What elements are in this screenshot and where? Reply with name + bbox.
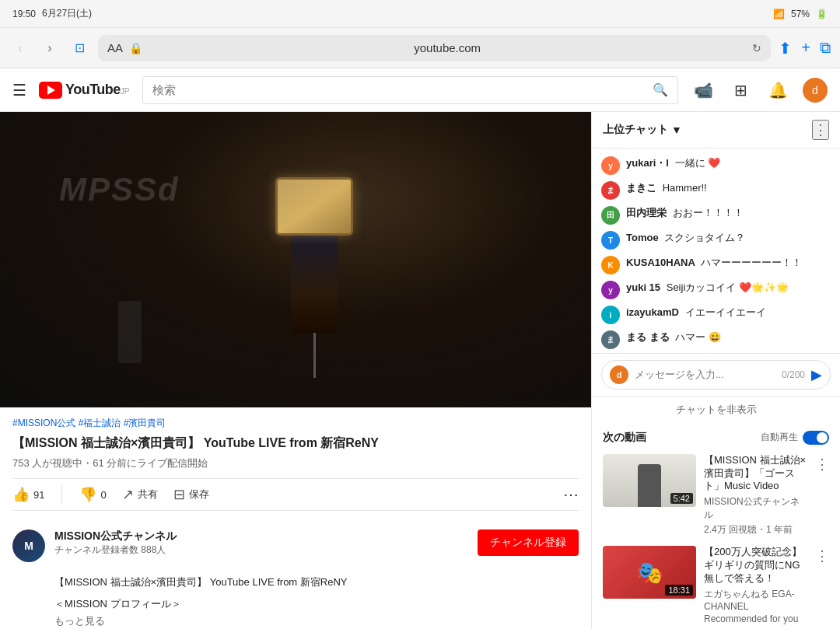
chat-messages: y yukari・l 一緒に ❤️ ま まきこ Hammer!! 田 田内理栄 …: [592, 149, 840, 353]
lock-icon: 🔒: [129, 42, 142, 54]
chat-message-input[interactable]: [635, 369, 775, 380]
list-item: ま まきこ Hammer!!: [592, 178, 840, 203]
show-more-link[interactable]: もっと見る: [0, 611, 591, 629]
list-item: 田 田内理栄 おおー！！！！: [592, 203, 840, 228]
next-video-title: 【200万人突破記念】ギリギリの質問にNG無しで答える！: [704, 546, 807, 585]
header-icons: 📹 ⊞ 🔔 d: [691, 78, 828, 103]
chat-message-content: まる まる ハマー 😀: [626, 330, 831, 344]
subscribe-button[interactable]: チャンネル登録: [478, 529, 579, 556]
reader-icon: ⊡: [75, 40, 85, 55]
address-bar[interactable]: AA 🔒 youtube.com ↻: [98, 35, 771, 61]
back-icon: ‹: [18, 41, 22, 55]
chat-username: yuki 15: [626, 281, 660, 293]
save-button[interactable]: ⊟ 保存: [173, 486, 209, 503]
channel-info: M MISSION公式チャンネル チャンネル登録者数 888人 チャンネル登録: [0, 520, 591, 571]
chat-message-content: Tomoe スクショタイム？: [626, 231, 831, 245]
stage-text: MPSSd: [59, 171, 180, 208]
browser-actions: ⬆ + ⧉: [779, 39, 831, 58]
chat-message-content: yuki 15 Seijiカッコイイ ❤️🌟✨🌟: [626, 281, 831, 295]
chat-username: 田内理栄: [626, 207, 667, 218]
performer-silhouette: [268, 177, 361, 348]
chat-text: Seijiカッコイイ ❤️🌟✨🌟: [667, 281, 789, 293]
share-button[interactable]: ↗ 共有: [122, 486, 158, 503]
video-duration: 18:31: [665, 585, 693, 596]
chat-send-icon[interactable]: ▶: [811, 366, 822, 383]
search-bar[interactable]: 🔍: [142, 76, 679, 104]
next-video-menu-icon[interactable]: ⋮: [815, 454, 829, 473]
like-button[interactable]: 👍 91: [12, 486, 44, 503]
search-icon[interactable]: 🔍: [653, 82, 668, 97]
status-bar: 19:50 6月27日(土) 📶 57% 🔋: [0, 0, 840, 28]
video-player[interactable]: MPSSd: [0, 112, 591, 407]
address-url: youtube.com: [149, 41, 746, 54]
chat-username: KUSA10HANA: [626, 257, 695, 268]
chat-text: Hammer!!: [663, 182, 707, 194]
video-description-2: ＜MISSION プロフィール＞: [0, 593, 591, 612]
dislike-count: 0: [100, 489, 106, 501]
video-description: 【MISSION 福士誠治×濱田貴司】 YouTube LIVE from 新宿…: [0, 571, 591, 590]
more-options-button[interactable]: ⋯: [563, 485, 579, 504]
channel-avatar[interactable]: M: [12, 529, 45, 562]
avatar: ま: [601, 330, 620, 349]
save-icon: ⊟: [173, 486, 185, 503]
youtube-logo[interactable]: YouTubeJP: [39, 82, 130, 99]
hamburger-menu-icon[interactable]: ☰: [12, 81, 26, 100]
user-avatar[interactable]: d: [803, 78, 828, 103]
video-thumbnail: 5:42: [603, 454, 696, 507]
avatar: K: [601, 256, 620, 274]
youtube-logo-text: YouTube: [65, 82, 121, 97]
like-count: 91: [33, 489, 44, 501]
next-video-menu-icon[interactable]: ⋮: [815, 546, 829, 564]
thumbs-down-icon: 👎: [79, 486, 96, 503]
apps-icon: ⊞: [734, 81, 747, 100]
video-thumbnail: 🎭 18:31: [603, 546, 696, 599]
video-section: MPSSd #MISSION公式 #福士誠治 #濱田貴司 【MISSIO: [0, 112, 591, 629]
tablet-held: [275, 177, 353, 236]
autoplay-label: 自動再生: [761, 431, 798, 444]
dislike-button[interactable]: 👎 0: [79, 486, 106, 503]
next-video-info: 【MISSION 福士誠治×濱田貴司】「ゴースト」Music Video MIS…: [704, 454, 807, 537]
hide-chat-button[interactable]: チャットを非表示: [592, 396, 840, 423]
chat-text: ハマー 😀: [675, 331, 721, 343]
autoplay-toggle-switch[interactable]: [803, 431, 829, 445]
list-item: ま まる まる ハマー 😀: [592, 327, 840, 352]
search-input[interactable]: [152, 83, 653, 96]
video-tags: #MISSION公式 #福士誠治 #濱田貴司: [12, 417, 579, 430]
share-browser-icon[interactable]: ⬆: [779, 39, 792, 58]
chat-input-row: d 0/200 ▶: [601, 360, 831, 390]
notifications-button[interactable]: 🔔: [765, 78, 790, 103]
thumbs-up-icon: 👍: [12, 486, 30, 503]
forward-button[interactable]: ›: [39, 37, 61, 59]
channel-name: MISSION公式チャンネル: [54, 529, 468, 543]
add-tab-icon[interactable]: +: [801, 39, 810, 57]
avatar: T: [601, 231, 620, 250]
address-aa: AA: [107, 41, 123, 54]
chat-input-avatar: d: [610, 365, 628, 384]
tabs-icon[interactable]: ⧉: [820, 39, 831, 57]
status-date: 6月27日(土): [42, 7, 92, 20]
back-button[interactable]: ‹: [9, 37, 31, 59]
list-item[interactable]: 🎭 18:31 【200万人突破記念】ギリギリの質問にNG無しで答える！ エガち…: [592, 541, 840, 629]
channel-avatar-image: M: [12, 529, 45, 562]
reader-view-button[interactable]: ⊡: [68, 37, 90, 59]
channel-subscribers: チャンネル登録者数 888人: [54, 543, 468, 557]
list-item: K KUSA10HANA ハマーーーーーー！！: [592, 253, 840, 278]
toggle-knob: [817, 432, 828, 443]
chat-message-content: まきこ Hammer!!: [626, 181, 831, 195]
camera-button[interactable]: 📹: [691, 78, 716, 103]
bell-icon: 🔔: [768, 81, 788, 100]
video-duration: 5:42: [670, 493, 693, 504]
chat-chevron-icon[interactable]: ▼: [671, 124, 682, 136]
thumbnail-figure: [638, 464, 661, 507]
chat-header: 上位チャット ▼ ⋮: [592, 112, 840, 149]
list-item[interactable]: 5:42 【MISSION 福士誠治×濱田貴司】「ゴースト」Music Vide…: [592, 449, 840, 542]
chat-message-content: 田内理栄 おおー！！！！: [626, 206, 831, 220]
next-videos-title: 次の動画: [603, 431, 646, 445]
apps-button[interactable]: ⊞: [728, 78, 753, 103]
channel-details: MISSION公式チャンネル チャンネル登録者数 888人: [54, 529, 468, 557]
autoplay-toggle[interactable]: 自動再生: [761, 431, 829, 445]
video-meta: 753 人が視聴中・61 分前にライブ配信開始: [12, 456, 579, 470]
chat-menu-button[interactable]: ⋮: [812, 120, 829, 140]
save-label: 保存: [189, 487, 209, 501]
reload-icon[interactable]: ↻: [752, 42, 761, 54]
